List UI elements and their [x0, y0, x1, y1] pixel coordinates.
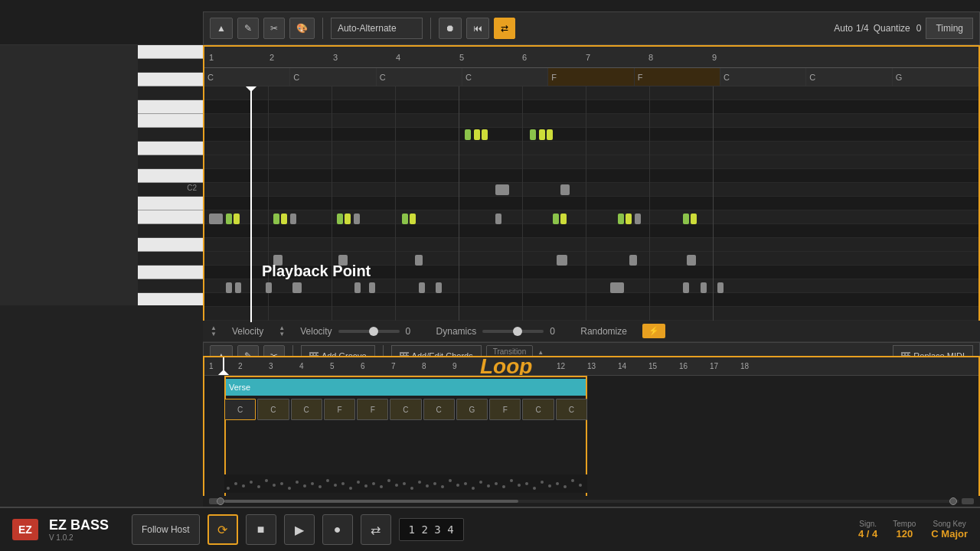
svg-point-22: [395, 484, 398, 487]
randomize-btn[interactable]: ⚡: [642, 324, 665, 338]
loop-ruler-13: 13: [587, 362, 596, 370]
vel-down-2[interactable]: ▼: [279, 331, 285, 337]
vel-down-arrow[interactable]: ▼: [211, 331, 217, 337]
svg-point-27: [433, 482, 436, 485]
ez-logo: EZ: [12, 519, 38, 540]
svg-point-46: [579, 484, 582, 487]
ruler-9: 9: [712, 53, 717, 62]
svg-point-7: [280, 482, 283, 485]
chord-cell-9: G: [893, 68, 978, 86]
svg-point-35: [495, 482, 498, 485]
svg-point-2: [242, 484, 245, 487]
loop-label: Loop: [480, 357, 532, 376]
midi-btn[interactable]: ⇄: [361, 514, 391, 545]
velocity-value: 0: [406, 326, 421, 337]
bottom-scrollbar: [203, 496, 980, 507]
auto-label: Auto: [834, 23, 853, 34]
dynamics-thumb[interactable]: [513, 327, 522, 336]
svg-point-15: [341, 482, 345, 485]
playback-point-label: Playback Point: [262, 262, 371, 280]
record-transport-btn[interactable]: ●: [322, 514, 353, 545]
svg-point-4: [257, 485, 260, 488]
loop-ruler-8: 8: [422, 362, 426, 370]
dynamics-slider[interactable]: [482, 330, 544, 333]
lc-cell-7: G: [456, 399, 488, 420]
scissors-tool-btn[interactable]: ✂: [263, 18, 285, 39]
ruler-4: 4: [396, 53, 400, 62]
loop-ruler-15: 15: [648, 362, 657, 370]
loop-chord-cells: C C C F F C C G F C C: [224, 399, 587, 420]
chord-cell-1: C: [204, 68, 290, 86]
scroll-thumb: [224, 500, 518, 503]
svg-point-25: [418, 481, 421, 484]
tempo-info: Tempo 120: [893, 520, 916, 540]
ruler-5: 5: [459, 53, 464, 62]
svg-point-32: [472, 487, 475, 490]
pencil-tool-btn[interactable]: ✎: [237, 18, 259, 39]
sign-section: Sign. 4 / 4 Tempo 120 Song Key C Major: [858, 520, 968, 540]
loop-content: Verse C C C F F C C G F C C: [204, 376, 978, 504]
rewind-btn[interactable]: ⏮: [466, 18, 489, 39]
svg-point-41: [541, 481, 544, 484]
loop-ruler-12: 12: [557, 362, 565, 370]
svg-point-29: [449, 479, 452, 482]
velocity-thumb[interactable]: [369, 327, 378, 336]
follow-host-btn[interactable]: Follow Host: [132, 514, 200, 545]
lc-cell-5: C: [390, 399, 421, 420]
record-btn[interactable]: ⏺: [439, 18, 462, 39]
svg-point-39: [525, 482, 528, 485]
loop-transport-btn[interactable]: ⟳: [207, 514, 238, 545]
chord-cell-4: C: [462, 68, 548, 86]
svg-point-12: [318, 485, 322, 488]
velocity-arrows[interactable]: ▲ ▼: [211, 325, 217, 337]
svg-point-0: [227, 487, 230, 490]
velocity-arrows-2[interactable]: ▲ ▼: [279, 325, 285, 337]
svg-point-6: [273, 484, 276, 487]
dynamics-label: Dynamics: [436, 326, 477, 337]
bass-title: EZ BASS V 1.0.2: [49, 517, 109, 542]
mode-select[interactable]: Auto-Alternate: [331, 18, 423, 39]
scroll-right-btn[interactable]: [962, 498, 974, 504]
loop-ruler-1: 1: [209, 362, 214, 370]
svg-point-23: [403, 482, 406, 485]
zoom-control[interactable]: [217, 497, 224, 505]
velocity-slider[interactable]: [338, 330, 400, 333]
loop-ruler-18: 18: [740, 362, 749, 370]
zoom-control-2[interactable]: [949, 497, 957, 505]
ruler-2: 2: [270, 53, 274, 62]
svg-point-33: [479, 481, 482, 484]
lc-cell-0: C: [224, 399, 256, 420]
song-key-value: C Major: [931, 528, 968, 540]
chord-row: C C C C F F C C G: [204, 68, 978, 86]
scroll-track[interactable]: [224, 500, 959, 503]
sign-value: 4 / 4: [858, 528, 877, 540]
loop-mode-btn[interactable]: ⇄: [494, 18, 515, 39]
verse-label: Verse: [229, 383, 250, 392]
toolbar-divider-2: [430, 18, 431, 39]
svg-point-28: [441, 485, 444, 488]
svg-point-3: [250, 481, 253, 484]
auto-value: 1/4: [856, 23, 869, 34]
quantize-value: 0: [916, 23, 922, 34]
pointer-tool-btn[interactable]: ▲: [210, 18, 233, 39]
lc-cell-10: C: [556, 399, 587, 420]
velocity-label: Velocity: [300, 326, 332, 337]
chord-cell-7: C: [720, 68, 806, 86]
play-btn[interactable]: ▶: [284, 514, 315, 545]
lc-cell-6: C: [423, 399, 455, 420]
svg-point-30: [456, 484, 459, 487]
svg-point-20: [380, 485, 383, 488]
svg-point-17: [357, 481, 360, 484]
velocity-controls: ▲ ▼ Velocity ▲ ▼ Velocity 0 Dynamics 0 R…: [203, 321, 980, 342]
paint-tool-btn[interactable]: 🎨: [289, 18, 315, 39]
app-container: C2 ▲ ✎ ✂: [0, 0, 980, 551]
svg-point-40: [533, 487, 536, 490]
loop-ruler-16: 16: [679, 362, 688, 370]
svg-point-36: [502, 485, 505, 488]
svg-point-1: [234, 482, 237, 485]
svg-point-19: [372, 482, 375, 485]
stop-btn[interactable]: ■: [246, 514, 276, 545]
timing-btn[interactable]: Timing: [926, 18, 973, 39]
piano-roll: 1 2 3 4 5 6 7 8 9 C C C C F F C C G: [203, 45, 980, 321]
ruler-8: 8: [648, 53, 653, 62]
